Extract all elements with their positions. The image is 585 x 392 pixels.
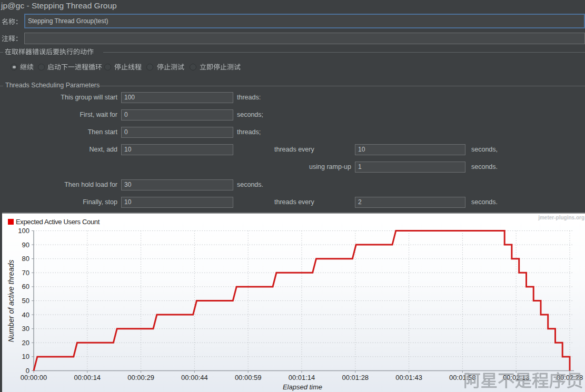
svg-text:70: 70 bbox=[22, 269, 29, 277]
svg-text:80: 80 bbox=[22, 255, 29, 263]
svg-text:50: 50 bbox=[22, 297, 29, 305]
svg-text:20: 20 bbox=[22, 339, 29, 347]
svg-text:100: 100 bbox=[18, 227, 29, 235]
svg-text:jmeter-plugins.org: jmeter-plugins.org bbox=[538, 215, 584, 220]
svg-text:Elapsed time: Elapsed time bbox=[283, 383, 322, 391]
svg-text:Number of active threads: Number of active threads bbox=[7, 260, 15, 342]
svg-text:00:00:44: 00:00:44 bbox=[181, 374, 208, 381]
svg-text:00:01:28: 00:01:28 bbox=[342, 374, 369, 381]
svg-text:00:00:59: 00:00:59 bbox=[235, 374, 262, 381]
svg-text:90: 90 bbox=[22, 241, 29, 249]
svg-text:00:01:14: 00:01:14 bbox=[289, 374, 315, 381]
svg-text:60: 60 bbox=[22, 283, 29, 290]
svg-text:00:00:00: 00:00:00 bbox=[21, 374, 47, 381]
svg-text:40: 40 bbox=[22, 311, 29, 319]
svg-text:00:00:29: 00:00:29 bbox=[127, 374, 154, 381]
svg-text:Expected Active Users Count: Expected Active Users Count bbox=[16, 218, 100, 226]
svg-text:00:00:14: 00:00:14 bbox=[74, 374, 101, 381]
svg-text:00:01:43: 00:01:43 bbox=[395, 374, 422, 381]
svg-text:10: 10 bbox=[22, 353, 29, 360]
svg-text:0: 0 bbox=[26, 367, 29, 375]
svg-text:30: 30 bbox=[22, 325, 29, 333]
